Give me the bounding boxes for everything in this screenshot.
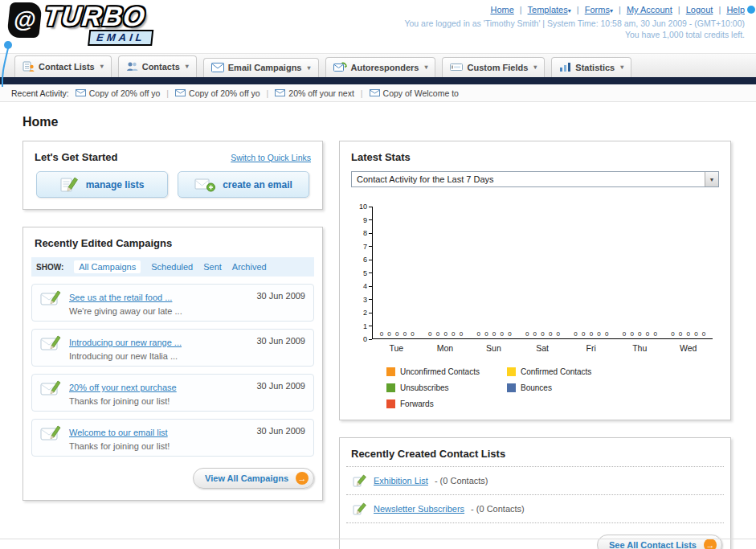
divider: |	[267, 88, 269, 98]
filter-sent[interactable]: Sent	[203, 262, 222, 272]
legend-item: Confirmed Contacts	[507, 367, 627, 376]
contact-list-count: - (0 Contacts)	[471, 504, 525, 514]
chart-y-tick: 8	[363, 229, 372, 237]
chart-y-tick: 2	[363, 309, 372, 317]
switch-quick-links-link[interactable]: Switch to Quick Links	[231, 153, 311, 162]
divider: |	[520, 5, 522, 14]
contact-list-item[interactable]: Newsletter Subscribers - (0 Contacts)	[346, 494, 724, 522]
recent-activity-text: 20% off your next	[288, 88, 354, 98]
chart-y-tick: 4	[363, 282, 372, 290]
tab-label: Autoresponders	[351, 63, 419, 72]
chart-day-values: 0 0 0 0 0	[373, 330, 421, 338]
campaign-subtitle: We're giving away our late ...	[69, 306, 248, 316]
divider: |	[678, 5, 680, 14]
chart-y-axis: 012345678910	[351, 207, 372, 339]
tab-label: Contacts	[142, 62, 180, 72]
campaigns-panel: Recently Edited Campaigns SHOW: All Camp…	[22, 227, 323, 501]
recent-activity-item[interactable]: Copy of Welcome to	[370, 88, 459, 98]
chart-values-row: 0 0 0 0 00 0 0 0 00 0 0 0 00 0 0 0 00 0 …	[373, 330, 713, 338]
caret-down-icon: ▾	[533, 64, 537, 71]
campaign-item[interactable]: Introducing our new range ... Introducin…	[31, 329, 314, 367]
recent-activity-text: Copy of 20% off yo	[189, 88, 260, 98]
filter-scheduled[interactable]: Scheduled	[151, 262, 193, 272]
campaign-title-link[interactable]: Welcome to our email list	[69, 428, 168, 437]
top-nav-templates[interactable]: Templates	[528, 5, 568, 14]
chart-day-values: 0 0 0 0 0	[615, 330, 664, 338]
campaign-subtitle: Thanks for joining our list!	[69, 441, 248, 451]
legend-label: Unconfirmed Contacts	[400, 367, 480, 376]
tab-email-campaigns[interactable]: Email Campaigns ▾	[203, 58, 319, 77]
chart-day-label: Mon	[421, 343, 470, 353]
contact-list-link[interactable]: Newsletter Subscribers	[374, 504, 464, 514]
create-email-button[interactable]: create an email	[178, 171, 309, 198]
contact-lists-panel: Recently Created Contact Lists Exhibitio…	[339, 437, 731, 549]
recent-activity-bar: Recent Activity: Copy of 20% off yo | Co…	[0, 84, 756, 102]
chart-plot-area: 0 0 0 0 00 0 0 0 00 0 0 0 00 0 0 0 00 0 …	[372, 207, 713, 339]
top-nav-forms[interactable]: Forms	[585, 5, 610, 14]
envelope-icon	[275, 89, 285, 96]
campaign-title-link[interactable]: 20% off your next purchase	[69, 383, 177, 392]
email-campaigns-icon	[211, 63, 224, 72]
recent-activity-item[interactable]: 20% off your next	[275, 88, 354, 98]
recent-activity-item[interactable]: Copy of 20% off yo	[175, 88, 260, 98]
envelope-icon	[370, 89, 380, 96]
filter-archived[interactable]: Archived	[232, 262, 267, 272]
contact-list-link[interactable]: Exhibition List	[374, 476, 428, 485]
top-nav-help[interactable]: Help	[726, 5, 745, 14]
caret-down-icon: ▾	[620, 64, 623, 71]
see-all-contact-lists-button[interactable]: See All Contact Lists →	[597, 535, 722, 549]
campaigns-filter-bar: SHOW: All Campaigns Scheduled Sent Archi…	[31, 257, 314, 277]
contact-list-item[interactable]: Exhibition List - (0 Contacts)	[346, 466, 724, 494]
tab-statistics[interactable]: Statistics ▾	[551, 57, 631, 77]
envelope-pencil-icon	[40, 379, 61, 397]
tab-custom-fields[interactable]: Custom Fields ▾	[442, 57, 545, 77]
tab-contact-lists[interactable]: Contact Lists ▾	[14, 55, 112, 77]
campaign-title-link[interactable]: See us at the retail food ...	[69, 293, 172, 302]
envelope-icon	[175, 89, 186, 96]
legend-label: Forwards	[400, 399, 434, 408]
create-email-label: create an email	[223, 179, 292, 191]
autoresponders-icon	[333, 62, 347, 72]
envelope-icon	[76, 89, 86, 96]
view-all-campaigns-button[interactable]: View All Campaigns →	[193, 468, 314, 489]
pencil-icon	[353, 502, 367, 515]
contact-activity-chart: 012345678910 0 0 0 0 00 0 0 0 00 0 0 0 0…	[340, 195, 730, 408]
campaign-title-link[interactable]: Introducing our new range ...	[69, 338, 182, 347]
stats-period-select[interactable]: Contact Activity for the Last 7 Days ▼	[351, 171, 719, 187]
chart-y-tick: 9	[363, 216, 372, 224]
tab-autoresponders[interactable]: Autoresponders ▾	[325, 57, 436, 77]
campaign-item[interactable]: 20% off your next purchase Thanks for jo…	[31, 374, 314, 412]
campaign-item[interactable]: Welcome to our email list Thanks for joi…	[31, 419, 314, 457]
manage-lists-label: manage lists	[86, 179, 145, 191]
divider: |	[577, 5, 579, 14]
tab-contacts[interactable]: Contacts ▾	[118, 55, 197, 77]
chart-y-tick: 1	[363, 322, 372, 330]
view-all-campaigns-label: View All Campaigns	[205, 473, 288, 483]
campaign-date: 30 Jun 2009	[256, 289, 305, 301]
latest-stats-title: Latest Stats	[340, 141, 730, 171]
page-title: Home	[22, 115, 756, 129]
recent-activity-item[interactable]: Copy of 20% off yo	[76, 88, 161, 98]
chart-day-values: 0 0 0 0 0	[518, 330, 566, 338]
header: @ TURBO EMAIL Home | Templates▾ | Forms▾…	[0, 0, 756, 53]
legend-item: Bounces	[507, 383, 627, 392]
chart-day-label: Wed	[664, 343, 713, 353]
manage-lists-button[interactable]: manage lists	[36, 171, 168, 198]
campaigns-title: Recently Edited Campaigns	[23, 227, 322, 257]
chart-y-tick: 3	[363, 296, 372, 304]
main-content: Home Let's Get Started Switch to Quick L…	[0, 102, 756, 549]
recent-activity-text: Copy of 20% off yo	[89, 88, 161, 98]
legend-swatch	[386, 399, 395, 408]
tab-label: Statistics	[575, 63, 615, 72]
filter-all-campaigns[interactable]: All Campaigns	[74, 260, 141, 273]
top-nav-my-account[interactable]: My Account	[627, 5, 672, 14]
chart-day-values: 0 0 0 0 0	[470, 330, 518, 338]
logo-text: TURBO EMAIL	[41, 2, 157, 46]
logo-swirl-icon: @	[6, 2, 43, 38]
top-nav-logout[interactable]: Logout	[686, 5, 713, 14]
top-nav-home[interactable]: Home	[490, 5, 513, 14]
login-info: You are logged in as 'Timothy Smith' | S…	[404, 18, 745, 28]
campaign-item[interactable]: See us at the retail food ... We're givi…	[31, 284, 314, 322]
nav-divider-bar	[0, 77, 756, 84]
caret-down-icon: ▾	[610, 7, 613, 14]
